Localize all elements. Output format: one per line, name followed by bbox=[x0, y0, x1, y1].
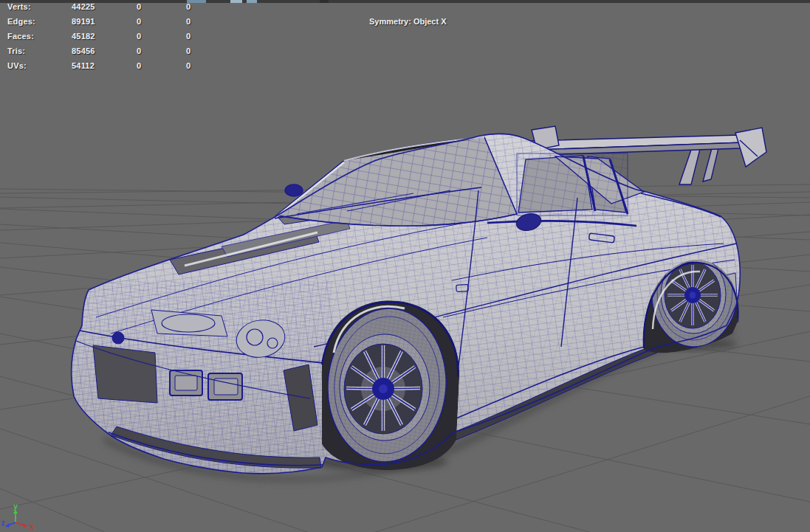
hud-label: UVs: bbox=[7, 61, 27, 70]
hud-value-col2: 0 bbox=[137, 61, 141, 70]
shelf-icon-fragment bbox=[247, 0, 257, 3]
hud-value-col2: 0 bbox=[137, 46, 141, 55]
hud-value-total: 45182 bbox=[72, 32, 95, 41]
hud-value-total: 89191 bbox=[72, 17, 95, 26]
hud-label: Faces: bbox=[7, 32, 34, 41]
hud-value-total: 44225 bbox=[72, 2, 95, 11]
hud-value-col3: 0 bbox=[186, 17, 191, 26]
hud-value-col3: 0 bbox=[186, 32, 191, 41]
application-window: y x z Verts: 44225 0 0 Edges: 89191 0 0 bbox=[0, 0, 810, 532]
hud-value-total: 85456 bbox=[72, 46, 95, 55]
symmetry-indicator: Symmetry: Object X bbox=[369, 17, 447, 26]
hud-label: Tris: bbox=[7, 46, 25, 55]
hud-value-col2: 0 bbox=[137, 2, 141, 11]
hud-value-col3: 0 bbox=[186, 46, 191, 55]
grille bbox=[93, 345, 157, 403]
viewport-scene[interactable]: y x z bbox=[0, 0, 810, 532]
badge bbox=[112, 332, 124, 344]
hud-value-col2: 0 bbox=[137, 32, 141, 41]
far-mirror-through-glass bbox=[285, 184, 303, 196]
shelf-bottom-strip bbox=[0, 0, 810, 3]
axis-gizmo: y x z bbox=[1, 502, 35, 531]
axis-label-z: z bbox=[1, 519, 5, 527]
axis-label-y: y bbox=[13, 502, 18, 511]
shelf-icon-fragment bbox=[230, 0, 242, 3]
car-model[interactable] bbox=[0, 0, 766, 480]
hud-value-col3: 0 bbox=[186, 61, 191, 70]
hud-value-total: 54112 bbox=[72, 61, 95, 70]
hud-label: Verts: bbox=[7, 2, 31, 11]
axis-label-x: x bbox=[30, 522, 34, 531]
hud-label: Edges: bbox=[7, 17, 35, 26]
hud-value-col3: 0 bbox=[186, 2, 191, 11]
hud-value-col2: 0 bbox=[137, 17, 141, 26]
shelf-icon-fragment bbox=[320, 0, 329, 3]
